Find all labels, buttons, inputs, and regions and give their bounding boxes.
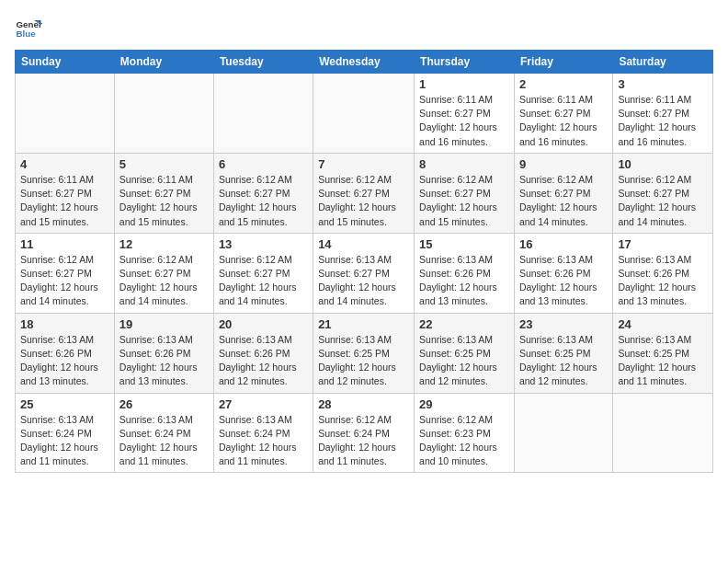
calendar-cell: 18Sunrise: 6:13 AMSunset: 6:26 PMDayligh… <box>16 313 115 393</box>
day-info: Sunrise: 6:12 AMSunset: 6:27 PMDaylight:… <box>219 173 308 229</box>
day-number: 28 <box>318 397 409 411</box>
calendar-cell: 12Sunrise: 6:12 AMSunset: 6:27 PMDayligh… <box>114 233 213 313</box>
day-number: 12 <box>119 237 209 251</box>
logo: General Blue <box>15 15 42 42</box>
calendar-cell: 21Sunrise: 6:13 AMSunset: 6:25 PMDayligh… <box>313 313 415 393</box>
day-number: 19 <box>119 317 209 331</box>
calendar-cell: 14Sunrise: 6:13 AMSunset: 6:27 PMDayligh… <box>313 233 415 313</box>
day-number: 3 <box>618 77 708 91</box>
calendar-cell <box>613 393 713 473</box>
day-info: Sunrise: 6:11 AMSunset: 6:27 PMDaylight:… <box>419 93 509 149</box>
calendar-cell: 11Sunrise: 6:12 AMSunset: 6:27 PMDayligh… <box>16 233 115 313</box>
calendar-cell <box>514 393 612 473</box>
calendar-cell: 22Sunrise: 6:13 AMSunset: 6:25 PMDayligh… <box>415 313 515 393</box>
day-info: Sunrise: 6:12 AMSunset: 6:27 PMDaylight:… <box>219 253 308 309</box>
day-number: 29 <box>419 397 509 411</box>
day-number: 2 <box>519 77 608 91</box>
day-info: Sunrise: 6:11 AMSunset: 6:27 PMDaylight:… <box>119 173 209 229</box>
day-info: Sunrise: 6:13 AMSunset: 6:25 PMDaylight:… <box>419 333 509 389</box>
day-number: 17 <box>618 237 708 251</box>
day-info: Sunrise: 6:12 AMSunset: 6:27 PMDaylight:… <box>419 173 509 229</box>
day-number: 11 <box>20 237 109 251</box>
calendar-cell: 1Sunrise: 6:11 AMSunset: 6:27 PMDaylight… <box>415 74 515 154</box>
weekday-header-tuesday: Tuesday <box>213 51 313 74</box>
day-number: 1 <box>419 77 509 91</box>
page-header: General Blue <box>15 15 713 42</box>
day-number: 16 <box>519 237 608 251</box>
day-info: Sunrise: 6:12 AMSunset: 6:27 PMDaylight:… <box>119 253 209 309</box>
calendar-cell: 26Sunrise: 6:13 AMSunset: 6:24 PMDayligh… <box>114 393 213 473</box>
svg-text:Blue: Blue <box>17 29 37 39</box>
calendar-cell: 23Sunrise: 6:13 AMSunset: 6:25 PMDayligh… <box>514 313 612 393</box>
calendar-cell: 27Sunrise: 6:13 AMSunset: 6:24 PMDayligh… <box>213 393 313 473</box>
day-info: Sunrise: 6:12 AMSunset: 6:27 PMDaylight:… <box>318 173 409 229</box>
day-info: Sunrise: 6:12 AMSunset: 6:24 PMDaylight:… <box>318 413 409 469</box>
calendar-cell: 10Sunrise: 6:12 AMSunset: 6:27 PMDayligh… <box>613 153 713 233</box>
weekday-header-monday: Monday <box>114 51 213 74</box>
calendar-table: SundayMondayTuesdayWednesdayThursdayFrid… <box>15 50 713 473</box>
calendar-cell: 3Sunrise: 6:11 AMSunset: 6:27 PMDaylight… <box>613 74 713 154</box>
calendar-cell: 13Sunrise: 6:12 AMSunset: 6:27 PMDayligh… <box>213 233 313 313</box>
day-info: Sunrise: 6:13 AMSunset: 6:25 PMDaylight:… <box>519 333 608 389</box>
day-number: 27 <box>219 397 308 411</box>
day-info: Sunrise: 6:12 AMSunset: 6:23 PMDaylight:… <box>419 413 509 469</box>
day-info: Sunrise: 6:11 AMSunset: 6:27 PMDaylight:… <box>519 93 608 149</box>
calendar-cell: 16Sunrise: 6:13 AMSunset: 6:26 PMDayligh… <box>514 233 612 313</box>
weekday-header-thursday: Thursday <box>415 51 515 74</box>
day-number: 15 <box>419 237 509 251</box>
calendar-cell <box>16 74 115 154</box>
logo-icon: General Blue <box>15 15 42 42</box>
calendar-cell <box>114 74 213 154</box>
day-number: 18 <box>20 317 109 331</box>
day-number: 8 <box>419 157 509 171</box>
day-info: Sunrise: 6:13 AMSunset: 6:26 PMDaylight:… <box>20 333 109 389</box>
calendar-cell <box>213 74 313 154</box>
day-number: 24 <box>618 317 708 331</box>
calendar-cell: 29Sunrise: 6:12 AMSunset: 6:23 PMDayligh… <box>415 393 515 473</box>
calendar-cell: 9Sunrise: 6:12 AMSunset: 6:27 PMDaylight… <box>514 153 612 233</box>
day-info: Sunrise: 6:13 AMSunset: 6:26 PMDaylight:… <box>618 253 708 309</box>
calendar-cell: 6Sunrise: 6:12 AMSunset: 6:27 PMDaylight… <box>213 153 313 233</box>
day-info: Sunrise: 6:13 AMSunset: 6:26 PMDaylight:… <box>519 253 608 309</box>
weekday-header-sunday: Sunday <box>16 51 115 74</box>
calendar-cell: 15Sunrise: 6:13 AMSunset: 6:26 PMDayligh… <box>415 233 515 313</box>
day-number: 20 <box>219 317 308 331</box>
day-info: Sunrise: 6:11 AMSunset: 6:27 PMDaylight:… <box>618 93 708 149</box>
day-info: Sunrise: 6:13 AMSunset: 6:26 PMDaylight:… <box>419 253 509 309</box>
day-info: Sunrise: 6:13 AMSunset: 6:25 PMDaylight:… <box>318 333 409 389</box>
day-number: 6 <box>219 157 308 171</box>
day-number: 13 <box>219 237 308 251</box>
day-number: 4 <box>20 157 109 171</box>
day-info: Sunrise: 6:12 AMSunset: 6:27 PMDaylight:… <box>519 173 608 229</box>
calendar-cell: 24Sunrise: 6:13 AMSunset: 6:25 PMDayligh… <box>613 313 713 393</box>
day-number: 5 <box>119 157 209 171</box>
calendar-cell: 17Sunrise: 6:13 AMSunset: 6:26 PMDayligh… <box>613 233 713 313</box>
calendar-cell: 19Sunrise: 6:13 AMSunset: 6:26 PMDayligh… <box>114 313 213 393</box>
day-info: Sunrise: 6:13 AMSunset: 6:25 PMDaylight:… <box>618 333 708 389</box>
day-info: Sunrise: 6:13 AMSunset: 6:27 PMDaylight:… <box>318 253 409 309</box>
calendar-cell: 4Sunrise: 6:11 AMSunset: 6:27 PMDaylight… <box>16 153 115 233</box>
calendar-cell: 25Sunrise: 6:13 AMSunset: 6:24 PMDayligh… <box>16 393 115 473</box>
day-info: Sunrise: 6:13 AMSunset: 6:26 PMDaylight:… <box>219 333 308 389</box>
day-info: Sunrise: 6:13 AMSunset: 6:24 PMDaylight:… <box>20 413 109 469</box>
day-info: Sunrise: 6:11 AMSunset: 6:27 PMDaylight:… <box>20 173 109 229</box>
day-number: 26 <box>119 397 209 411</box>
day-number: 9 <box>519 157 608 171</box>
day-number: 23 <box>519 317 608 331</box>
day-number: 25 <box>20 397 109 411</box>
day-info: Sunrise: 6:13 AMSunset: 6:24 PMDaylight:… <box>219 413 308 469</box>
day-number: 22 <box>419 317 509 331</box>
weekday-header-friday: Friday <box>514 51 612 74</box>
day-info: Sunrise: 6:12 AMSunset: 6:27 PMDaylight:… <box>618 173 708 229</box>
calendar-cell: 8Sunrise: 6:12 AMSunset: 6:27 PMDaylight… <box>415 153 515 233</box>
calendar-cell: 5Sunrise: 6:11 AMSunset: 6:27 PMDaylight… <box>114 153 213 233</box>
calendar-cell <box>313 74 415 154</box>
day-info: Sunrise: 6:13 AMSunset: 6:24 PMDaylight:… <box>119 413 209 469</box>
calendar-cell: 2Sunrise: 6:11 AMSunset: 6:27 PMDaylight… <box>514 74 612 154</box>
calendar-cell: 20Sunrise: 6:13 AMSunset: 6:26 PMDayligh… <box>213 313 313 393</box>
day-info: Sunrise: 6:13 AMSunset: 6:26 PMDaylight:… <box>119 333 209 389</box>
day-number: 14 <box>318 237 409 251</box>
day-info: Sunrise: 6:12 AMSunset: 6:27 PMDaylight:… <box>20 253 109 309</box>
day-number: 7 <box>318 157 409 171</box>
weekday-header-wednesday: Wednesday <box>313 51 415 74</box>
